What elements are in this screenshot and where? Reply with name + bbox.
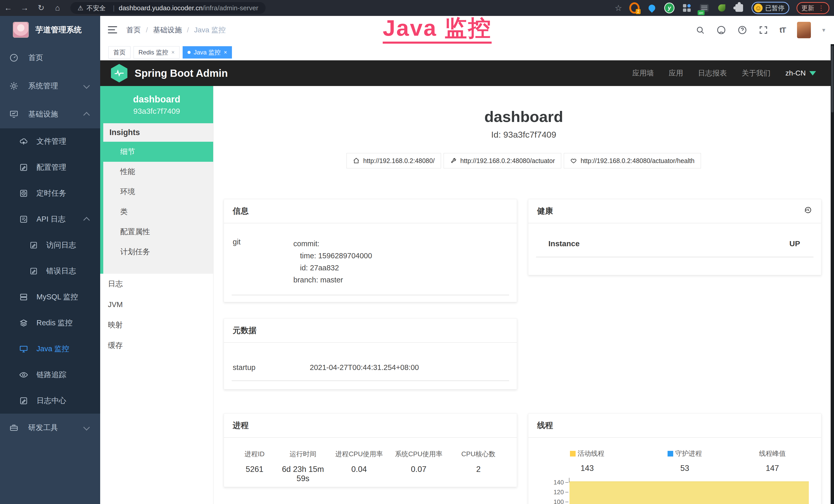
breadcrumb-current: Java 监控 (194, 25, 226, 35)
not-secure-label: 不安全 (86, 4, 106, 12)
sidebar-item-error-logs[interactable]: 错误日志 (0, 258, 100, 284)
instance-nav-jvm[interactable]: JVM (100, 294, 213, 315)
sidebar-item-file-management[interactable]: 文件管理 (0, 129, 100, 154)
instance-nav-classes[interactable]: 类 (100, 202, 213, 222)
cloud-upload-icon (19, 137, 28, 146)
sba-nav: 应用墙 应用 日志报表 关于我们 zh-CN (632, 68, 816, 78)
locale-selector[interactable]: zh-CN (786, 69, 816, 77)
process-uptime: 6d 23h 15m 59s (277, 465, 330, 483)
instance-nav-scheduled-tasks[interactable]: 计划任务 (100, 242, 213, 262)
sidebar-item-infrastructure[interactable]: 基础设施 (0, 100, 100, 129)
app-logo-row: 芋道管理系统 (0, 16, 100, 44)
sidebar-item-dev-tools[interactable]: 研发工具 (0, 414, 100, 442)
service-url-button[interactable]: http://192.168.0.2:48080/ (347, 153, 441, 168)
metadata-card: 元数据 startup 2021-04-27T00:44:31.254+08:0… (224, 318, 517, 389)
sidebar-item-java-monitor[interactable]: Java 监控 (0, 336, 100, 362)
instance-nav-details[interactable]: 细节 (100, 142, 213, 162)
sba-nav-journal[interactable]: 日志报表 (698, 68, 727, 78)
process-card-title: 进程 (233, 420, 249, 431)
sidebar-item-access-logs[interactable]: 访问日志 (0, 232, 100, 258)
sidebar-item-api-logs[interactable]: API 日志 (0, 206, 100, 232)
browser-menu-icon[interactable]: ⋮ (818, 4, 825, 12)
url-divider: | (113, 4, 114, 12)
extensions-puzzle-icon[interactable] (734, 3, 744, 13)
app-logo (13, 22, 29, 38)
sidebar-item-log-center[interactable]: 日志中心 (0, 388, 100, 414)
breadcrumb-home[interactable]: 首页 (126, 25, 141, 35)
breadcrumb-infrastructure[interactable]: 基础设施 (153, 25, 182, 35)
process-card: 进程 进程ID 运行时间 进程CPU使用率 系统CPU使用率 CPU核心数 52… (224, 413, 517, 487)
sidebar-item-config-management[interactable]: 配置管理 (0, 154, 100, 180)
fullscreen-icon[interactable] (759, 25, 768, 35)
extension-grid-icon[interactable] (682, 3, 692, 13)
chevron-up-icon (83, 112, 90, 118)
back-icon[interactable]: ← (0, 0, 17, 16)
instance-nav-caches[interactable]: 缓存 (100, 335, 213, 356)
reload-icon[interactable]: ↻ (33, 0, 49, 16)
actuator-url-button[interactable]: http://192.168.0.2:48080/actuator (444, 153, 561, 168)
instance-nav-config-props[interactable]: 配置属性 (100, 222, 213, 242)
sidebar-item-redis-monitor[interactable]: Redis 监控 (0, 310, 100, 336)
process-pid: 5261 (233, 465, 277, 483)
health-card-title: 健康 (537, 206, 553, 216)
url-path: /infra/admin-server (203, 4, 258, 12)
font-size-icon[interactable]: tT (780, 26, 786, 35)
screen-icon (19, 344, 28, 353)
url-domain: dashboard.yudao.iocoder.cn (119, 4, 203, 12)
close-icon[interactable]: × (171, 49, 175, 56)
instance-nav-logs[interactable]: 日志 (100, 274, 213, 294)
threads-values: 143 53 147 (528, 464, 821, 473)
extension-list-icon[interactable]: on (699, 3, 709, 13)
instance-content: dashboard Id: 93a3fc7f7409 http://192.16… (214, 86, 834, 504)
tab-redis-monitor[interactable]: Redis 监控 × (134, 46, 179, 59)
collapse-menu-icon[interactable] (108, 26, 117, 34)
page-scrollbar[interactable] (831, 44, 834, 504)
close-icon[interactable]: × (224, 49, 227, 56)
health-history-icon[interactable] (804, 206, 812, 216)
forward-icon[interactable]: → (17, 0, 33, 16)
instance-nav-metrics[interactable]: 性能 (100, 162, 213, 182)
edit-square-icon (19, 163, 28, 172)
user-avatar[interactable] (797, 22, 811, 38)
gear-icon (9, 82, 19, 91)
sidebar-item-system[interactable]: 系统管理 (0, 72, 100, 100)
health-url-button[interactable]: http://192.168.0.2:48080/actuator/health (564, 153, 701, 168)
address-bar[interactable]: ⚠ 不安全 | dashboard.yudao.iocoder.cn/infra… (70, 2, 266, 14)
search-icon[interactable] (695, 25, 705, 35)
instance-sidebar: dashboard 93a3fc7f7409 Insights 细节 性能 环境… (100, 86, 214, 504)
instance-nav-environment[interactable]: 环境 (100, 182, 213, 202)
extension-y-icon[interactable]: y (664, 3, 675, 13)
sidebar-item-home[interactable]: 首页 (0, 44, 100, 72)
bookmark-star-icon[interactable]: ☆ (615, 3, 622, 13)
threads-chart: 140 120 100 (537, 480, 809, 504)
main-area: 首页 / 基础设施 / Java 监控 tT ▾ Java 监控 首页 (100, 16, 834, 504)
health-instance-row: Instance UP (528, 223, 821, 248)
sidebar-item-mysql-monitor[interactable]: MySQL 监控 (0, 284, 100, 310)
help-icon[interactable] (738, 25, 747, 35)
sba-nav-about[interactable]: 关于我们 (742, 68, 771, 78)
user-menu-caret-icon[interactable]: ▾ (822, 26, 825, 33)
tab-java-monitor[interactable]: Java 监控 × (183, 46, 232, 59)
github-icon[interactable] (716, 25, 726, 35)
wrench-icon (450, 157, 457, 164)
sidebar-item-tracing[interactable]: 链路追踪 (0, 362, 100, 388)
live-threads-value: 143 (537, 464, 637, 473)
home-icon[interactable]: ⌂ (49, 0, 66, 16)
sba-nav-wallboard[interactable]: 应用墙 (632, 68, 654, 78)
home-icon (353, 157, 359, 164)
monitor-chart-icon (9, 110, 19, 119)
extension-pin-icon[interactable] (647, 3, 657, 13)
extension-leaf-icon[interactable] (717, 3, 727, 13)
browser-update-button[interactable]: 更新 ⋮ (796, 2, 829, 14)
sidebar-item-scheduled-jobs[interactable]: 定时任务 (0, 180, 100, 206)
instance-nav-mappings[interactable]: 映射 (100, 315, 213, 335)
tab-home[interactable]: 首页 (108, 46, 130, 59)
briefcase-icon (9, 423, 19, 432)
status-badge: UP (789, 239, 800, 248)
browser-profile-chip[interactable]: ☺ 已暂停 (751, 2, 789, 14)
app-title: 芋道管理系统 (36, 25, 82, 35)
breadcrumb: 首页 / 基础设施 / Java 监控 (126, 25, 226, 35)
scrollbar-thumb[interactable] (831, 46, 833, 112)
sba-nav-applications[interactable]: 应用 (669, 68, 683, 78)
extension-orange-icon[interactable]: 1 (629, 3, 640, 13)
